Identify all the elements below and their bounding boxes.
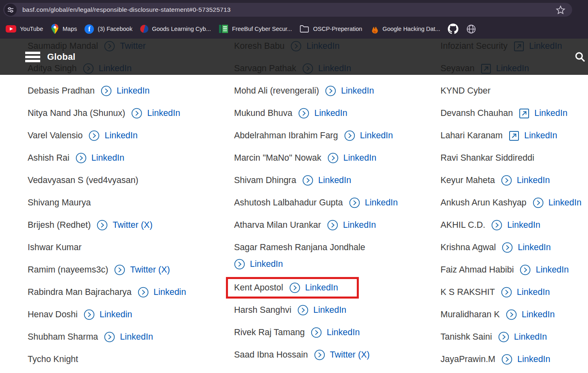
bookmarks-bar: YouTube Maps f (3) Facebook bbox=[0, 19, 588, 39]
list-item: Sagar Ramesh Ranjana Jondhale LinkedIn bbox=[234, 236, 435, 277]
chevron-circle-icon[interactable] bbox=[289, 282, 300, 293]
list-item: JayaPrawin.M LinkedIn bbox=[440, 348, 588, 371]
bookmark-item[interactable]: Goods Learning Cyb... bbox=[140, 25, 211, 33]
profile-link[interactable]: LinkedIn bbox=[360, 131, 393, 141]
profile-link[interactable]: LinkedIn bbox=[147, 108, 180, 118]
chevron-circle-icon[interactable] bbox=[138, 287, 149, 298]
profile-link[interactable]: LinkedIn bbox=[250, 259, 283, 269]
profile-link[interactable]: LinkedIn bbox=[314, 108, 347, 118]
address-bar[interactable]: basf.com/global/en/legal/responsible-dis… bbox=[3, 3, 572, 17]
chevron-circle-icon[interactable] bbox=[491, 220, 502, 231]
list-item: Ashish Rai LinkedIn bbox=[28, 147, 229, 169]
chevron-circle-icon[interactable] bbox=[114, 264, 125, 275]
chevron-circle-icon[interactable] bbox=[131, 108, 142, 119]
chevron-circle-icon[interactable] bbox=[298, 108, 309, 119]
youtube-icon bbox=[6, 25, 16, 33]
chevron-circle-icon[interactable] bbox=[502, 242, 513, 253]
chevron-circle-icon[interactable] bbox=[520, 264, 531, 275]
chevron-circle-icon[interactable] bbox=[501, 287, 512, 298]
profile-link[interactable]: LinkedIn bbox=[534, 108, 567, 118]
bookmark-item[interactable]: FreeBuf Cyber Secur... bbox=[219, 24, 292, 34]
chevron-circle-icon[interactable] bbox=[89, 130, 100, 141]
profile-link[interactable]: LinkedIn bbox=[524, 131, 557, 141]
chevron-circle-icon[interactable] bbox=[501, 175, 512, 186]
chevron-circle-icon[interactable] bbox=[501, 354, 512, 365]
chevron-circle-icon[interactable] bbox=[327, 220, 338, 231]
profile-link[interactable]: LinkedIn bbox=[549, 198, 581, 208]
chevron-circle-icon[interactable] bbox=[302, 175, 313, 186]
site-settings-icon[interactable] bbox=[4, 4, 17, 16]
person-name: Rivek Raj Tamang bbox=[234, 327, 305, 338]
person-name: KYND Cyber bbox=[440, 86, 490, 96]
profile-link[interactable]: Linkedin bbox=[154, 287, 186, 297]
chevron-circle-icon[interactable] bbox=[234, 259, 245, 270]
chevron-circle-icon[interactable] bbox=[314, 349, 325, 360]
profile-link[interactable]: Linkedin bbox=[100, 310, 132, 320]
bookmark-star-icon[interactable] bbox=[555, 5, 566, 15]
external-link-icon[interactable] bbox=[509, 131, 519, 141]
globe-icon bbox=[466, 24, 476, 34]
chevron-circle-icon[interactable] bbox=[349, 197, 360, 208]
chevron-circle-icon[interactable] bbox=[325, 85, 336, 96]
list-item: Harsh Sanghvi LinkedIn bbox=[234, 299, 435, 321]
profile-link[interactable]: LinkedIn bbox=[327, 327, 360, 338]
search-icon[interactable] bbox=[574, 51, 586, 63]
list-item: Krishna Agwal LinkedIn bbox=[440, 236, 588, 259]
person-name: Rabindra Man Bajracharya bbox=[28, 287, 132, 297]
profile-link[interactable]: LinkedIn bbox=[517, 287, 550, 297]
chevron-circle-icon[interactable] bbox=[104, 332, 115, 342]
profile-link[interactable]: LinkedIn bbox=[522, 310, 555, 320]
profile-link[interactable]: LinkedIn bbox=[365, 198, 398, 208]
profile-link[interactable]: Twitter (X) bbox=[330, 350, 370, 360]
profile-link[interactable]: LinkedIn bbox=[120, 332, 153, 342]
profile-link[interactable]: LinkedIn bbox=[536, 265, 568, 275]
chevron-circle-icon[interactable] bbox=[76, 153, 87, 164]
bookmark-item[interactable]: Maps bbox=[51, 24, 77, 34]
chevron-circle-icon[interactable] bbox=[533, 197, 544, 208]
profile-link[interactable]: LinkedIn bbox=[507, 220, 540, 230]
person-name: Shivang Maurya bbox=[28, 198, 91, 208]
person-name: Henav Doshi bbox=[28, 310, 78, 320]
profile-link[interactable]: LinkedIn bbox=[341, 86, 374, 96]
list-item: KYND Cyber bbox=[440, 80, 588, 102]
profile-link[interactable]: LinkedIn bbox=[517, 354, 550, 364]
profile-link[interactable]: LinkedIn bbox=[104, 131, 137, 141]
profile-link[interactable]: LinkedIn bbox=[318, 175, 351, 185]
chevron-circle-icon[interactable] bbox=[344, 130, 355, 141]
chevron-circle-icon[interactable] bbox=[311, 327, 322, 338]
profile-link[interactable]: LinkedIn bbox=[343, 220, 376, 230]
profile-link[interactable]: LinkedIn bbox=[518, 242, 551, 253]
url-text[interactable]: basf.com/global/en/legal/responsible-dis… bbox=[22, 6, 555, 13]
chevron-circle-icon[interactable] bbox=[498, 332, 509, 342]
bookmark-item[interactable] bbox=[466, 24, 476, 34]
person-name: Debasis Pradhan bbox=[28, 86, 95, 96]
list-item: Saad Ibna Hossain Twitter (X) bbox=[234, 344, 435, 366]
chevron-circle-icon[interactable] bbox=[297, 305, 308, 316]
person-name: Brijesh (Redhet) bbox=[28, 220, 91, 230]
external-link-icon[interactable] bbox=[519, 108, 529, 119]
hamburger-menu-icon[interactable] bbox=[25, 52, 40, 62]
profile-link[interactable]: LinkedIn bbox=[343, 153, 376, 163]
bookmark-item[interactable]: OSCP-Preperation bbox=[299, 25, 362, 33]
person-name: Krishna Agwal bbox=[440, 242, 496, 253]
chevron-circle-icon[interactable] bbox=[506, 309, 517, 320]
profile-link[interactable]: LinkedIn bbox=[91, 153, 124, 163]
person-name: Devansh Chauhan bbox=[440, 108, 513, 118]
profile-link[interactable]: LinkedIn bbox=[117, 86, 150, 96]
bookmark-item[interactable]: f (3) Facebook bbox=[85, 24, 132, 34]
bookmark-item[interactable]: Google Hacking Dat... bbox=[370, 24, 440, 34]
chevron-circle-icon[interactable] bbox=[84, 309, 95, 320]
profile-link[interactable]: Twitter (X) bbox=[130, 265, 170, 275]
profile-link[interactable]: Twitter (X) bbox=[113, 220, 152, 230]
chevron-circle-icon[interactable] bbox=[101, 85, 112, 96]
profile-link[interactable]: LinkedIn bbox=[517, 175, 550, 185]
profile-link[interactable]: LinkedIn bbox=[313, 305, 346, 315]
freebuf-icon bbox=[219, 24, 228, 34]
profile-link[interactable]: LinkedIn bbox=[305, 283, 338, 293]
profile-link[interactable]: LinkedIn bbox=[514, 332, 547, 342]
person-name: K S RAKSHIT bbox=[440, 287, 495, 297]
bookmark-item[interactable]: YouTube bbox=[6, 25, 43, 33]
chevron-circle-icon[interactable] bbox=[97, 220, 108, 231]
bookmark-item[interactable] bbox=[448, 24, 458, 34]
chevron-circle-icon[interactable] bbox=[328, 153, 338, 164]
